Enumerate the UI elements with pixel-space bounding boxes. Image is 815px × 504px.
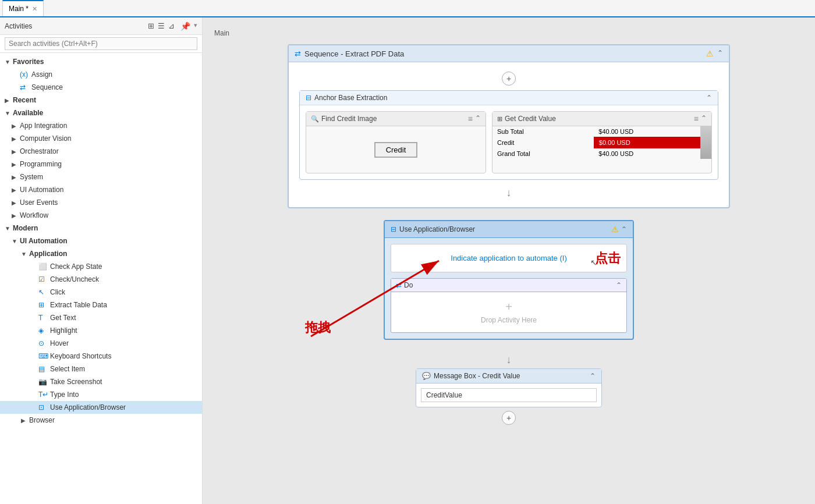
tree-item-computer-vision[interactable]: ▶ Computer Vision <box>0 132 202 145</box>
main-tab[interactable]: Main * ✕ <box>2 0 44 16</box>
collapse-find-icon[interactable]: ⌃ <box>475 114 481 123</box>
favorites-header[interactable]: ▼ Favorites <box>0 55 202 68</box>
tree-item-check-uncheck[interactable]: ☑ Check/Uncheck <box>0 273 202 286</box>
tree-item-ui-automation[interactable]: ▶ UI Automation <box>0 183 202 196</box>
available-label: Available <box>13 109 43 117</box>
table-row: Credit $0.00 USD <box>492 137 700 148</box>
do-header: ⇄ Do ⌃ <box>391 279 626 292</box>
indicate-box[interactable]: Indicate application to automate (I) ↖ 点… <box>391 244 627 272</box>
tree-item-click[interactable]: ↖ Click <box>0 286 202 299</box>
type-into-label: Type Into <box>50 391 79 399</box>
tree-item-app-integration[interactable]: ▶ App Integration <box>0 119 202 132</box>
chevron-down-icon: ▼ <box>5 59 13 65</box>
tree-item-workflow[interactable]: ▶ Workflow <box>0 209 202 222</box>
search-input[interactable] <box>5 37 197 50</box>
available-header[interactable]: ▼ Available <box>0 107 202 119</box>
panel-pin-icon[interactable]: 📌 <box>180 22 190 31</box>
select-item-icon: ▤ <box>38 365 48 373</box>
tab-close-icon[interactable]: ✕ <box>32 5 37 13</box>
collapse-message-box-icon[interactable]: ⌃ <box>590 372 596 380</box>
get-credit-content: Sub Total $40.00 USD Credit $0.00 USD <box>492 126 711 159</box>
do-content: + Drop Activity Here <box>391 292 626 332</box>
tree-item-get-text[interactable]: T Get Text <box>0 311 202 324</box>
find-credit-title: 🔍 Find Credit Image <box>311 115 377 123</box>
filter-icon[interactable]: ⊿ <box>168 22 175 31</box>
tree-item-modern-ui-automation[interactable]: ▼ UI Automation <box>0 235 202 247</box>
modern-header[interactable]: ▼ Modern <box>0 222 202 235</box>
ui-automation-label: UI Automation <box>20 186 63 194</box>
tree-item-check-app-state[interactable]: ⬜ Check App State <box>0 260 202 273</box>
add-activity-btn-bottom[interactable]: + <box>502 411 516 425</box>
recent-header[interactable]: ▶ Recent <box>0 94 202 107</box>
chevron-right-icon: ▶ <box>21 417 29 424</box>
tree-item-application[interactable]: ▼ Application <box>0 247 202 260</box>
tree-item-browser[interactable]: ▶ Browser <box>0 414 202 427</box>
connector-arrow-2: ↓ <box>288 352 730 368</box>
collapse-sequence-icon[interactable]: ⌃ <box>717 49 723 58</box>
sequence-header: ⇄ Sequence - Extract PDF Data ⚠ ⌃ <box>289 45 729 62</box>
sub-total-value: $40.00 USD <box>594 126 700 137</box>
tree-item-highlight[interactable]: ◈ Highlight <box>0 324 202 337</box>
list-icon[interactable]: ☰ <box>158 22 165 31</box>
table-row: Sub Total $40.00 USD <box>492 126 700 137</box>
add-activity-btn-top[interactable]: + <box>502 72 516 86</box>
find-credit-box: 🔍 Find Credit Image ≡ ⌃ Credit <box>306 111 486 173</box>
screenshot-label: Take Screenshot <box>50 378 102 386</box>
warning-icon: ⚠ <box>611 225 619 234</box>
use-app-icon: ⊟ <box>391 225 396 233</box>
canvas-area: Main ⇄ Sequence - Extract PDF Data ⚠ ⌃ + <box>203 17 815 504</box>
anchor-container: ⊟ Anchor Base Extraction ⌃ 🔍 Find Credit… <box>299 90 718 180</box>
screenshot-icon: 📷 <box>38 378 48 386</box>
tree-item-use-app-browser[interactable]: ⊡ Use Application/Browser <box>0 401 202 414</box>
computer-vision-label: Computer Vision <box>20 134 72 143</box>
sub-total-label: Sub Total <box>492 126 594 137</box>
tree-item-assign[interactable]: (x) Assign <box>0 68 202 81</box>
grand-total-label: Grand Total <box>492 148 594 159</box>
collapse-do-icon[interactable]: ⌃ <box>616 281 622 289</box>
tree-item-system[interactable]: ▶ System <box>0 171 202 183</box>
sequence-title-text: Sequence - Extract PDF Data <box>304 49 404 58</box>
collapse-anchor-icon[interactable]: ⌃ <box>706 94 712 102</box>
main-layout: Activities ⊞ ☰ ⊿ 📌 ▾ ▼ Favorites (x) Ass… <box>0 17 815 504</box>
collapse-use-app-icon[interactable]: ⌃ <box>621 225 627 233</box>
tree-item-extract-table[interactable]: ⊞ Extract Table Data <box>0 299 202 311</box>
credit-button[interactable]: Credit <box>374 142 418 158</box>
collapse-get-credit-icon[interactable]: ⌃ <box>701 114 707 123</box>
message-box-title: 💬 Message Box - Credit Value <box>422 372 520 380</box>
tree-item-sequence[interactable]: ⇄ Sequence <box>0 81 202 94</box>
tree-item-orchestrator[interactable]: ▶ Orchestrator <box>0 145 202 158</box>
browser-label: Browser <box>29 416 55 424</box>
message-box-content: CreditValue <box>416 384 601 407</box>
tree-item-hover[interactable]: ⊙ Hover <box>0 337 202 350</box>
tree-item-keyboard-shortcuts[interactable]: ⌨ Keyboard Shortcuts <box>0 350 202 363</box>
activities-panel: Activities ⊞ ☰ ⊿ 📌 ▾ ▼ Favorites (x) Ass… <box>0 17 203 504</box>
tree-item-user-events[interactable]: ▶ User Events <box>0 196 202 209</box>
do-container: ⇄ Do ⌃ + Drop Activity Here <box>391 278 627 333</box>
tree-item-take-screenshot[interactable]: 📷 Take Screenshot <box>0 375 202 388</box>
hover-label: Hover <box>50 339 69 347</box>
highlight-icon: ◈ <box>38 326 48 335</box>
hamburger-icon[interactable]: ≡ <box>468 114 473 123</box>
type-into-icon: T↵ <box>38 391 48 399</box>
use-app-container: ⊟ Use Application/Browser ⚠ ⌃ Indicate a… <box>384 220 634 340</box>
click-label: Click <box>50 288 65 296</box>
tab-label: Main * <box>9 5 29 13</box>
get-credit-actions: ≡ ⌃ <box>694 114 707 123</box>
collapse-arrow[interactable]: ▾ <box>194 22 197 31</box>
tree-item-type-into[interactable]: T↵ Type Into <box>0 388 202 401</box>
grid-icon[interactable]: ⊞ <box>148 22 154 31</box>
credit-table-wrapper: Sub Total $40.00 USD Credit $0.00 USD <box>492 126 711 159</box>
hamburger-icon[interactable]: ≡ <box>694 114 699 123</box>
chevron-down-icon: ▼ <box>5 225 13 232</box>
check-app-state-icon: ⬜ <box>38 262 48 271</box>
get-credit-header: ⊞ Get Credit Value ≡ ⌃ <box>492 112 711 126</box>
tree-item-select-item[interactable]: ▤ Select Item <box>0 363 202 375</box>
tree-item-programming[interactable]: ▶ Programming <box>0 158 202 171</box>
warning-icon: ⚠ <box>706 49 714 58</box>
click-icon: ↖ <box>38 288 48 296</box>
workflow-label: Workflow <box>20 211 48 219</box>
chevron-right-icon: ▶ <box>12 161 20 168</box>
get-credit-title: ⊞ Get Credit Value <box>497 115 556 123</box>
chevron-down-icon: ▼ <box>21 251 29 257</box>
anchor-content: 🔍 Find Credit Image ≡ ⌃ Credit <box>300 105 718 179</box>
